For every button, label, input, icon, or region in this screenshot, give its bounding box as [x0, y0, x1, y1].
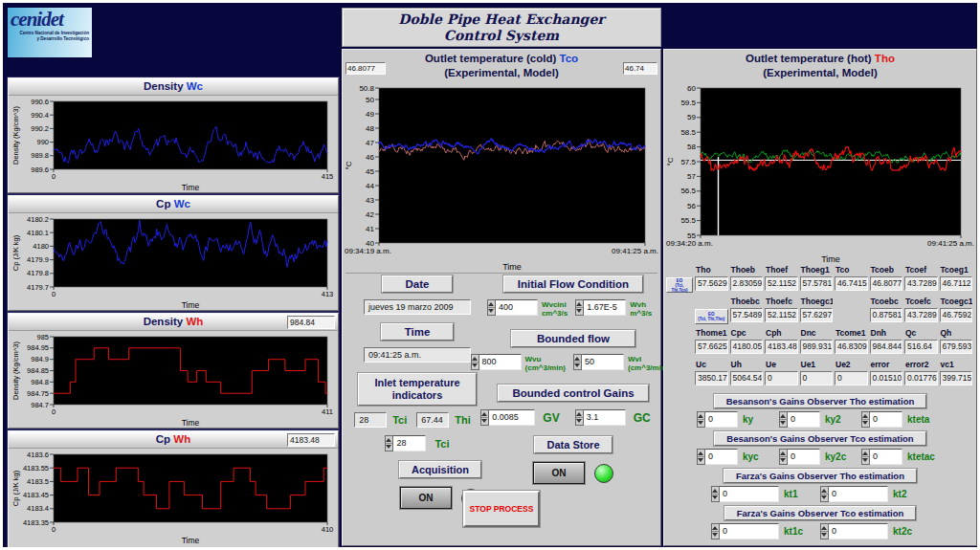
- decrement-arrow-icon[interactable]: [472, 363, 479, 369]
- spinner-arrows[interactable]: [711, 486, 720, 502]
- increment-arrow-icon[interactable]: [780, 412, 787, 420]
- increment-arrow-icon[interactable]: [472, 355, 479, 363]
- spinner-value[interactable]: 0: [705, 411, 738, 428]
- increment-arrow-icon[interactable]: [576, 300, 583, 308]
- eo-button[interactable]: EO(Tci, Thi,Tho): [695, 309, 728, 324]
- spinner-arrows[interactable]: [861, 449, 870, 465]
- svg-text:57: 57: [687, 172, 696, 181]
- spinner-arrows[interactable]: [820, 486, 829, 502]
- eo-button[interactable]: EO(Tci, Thi,Tco): [666, 277, 693, 293]
- observer-title-besanson-tho[interactable]: Besanson's Gains Observer Tho estimation: [714, 394, 927, 408]
- spinner-value[interactable]: 28: [393, 435, 426, 451]
- kyc-spinner[interactable]: 0: [697, 449, 738, 465]
- decrement-arrow-icon[interactable]: [862, 420, 869, 427]
- spinner-arrows[interactable]: [820, 523, 829, 539]
- increment-arrow-icon[interactable]: [862, 450, 869, 457]
- svg-text:Time: Time: [182, 300, 200, 310]
- spinner-value[interactable]: 0: [720, 523, 779, 539]
- decrement-arrow-icon[interactable]: [574, 363, 581, 369]
- spinner-arrows[interactable]: [697, 449, 705, 465]
- kt1c-spinner[interactable]: 0: [711, 523, 779, 539]
- wvh-spinner[interactable]: 1.67E-5: [575, 299, 626, 316]
- increment-arrow-icon[interactable]: [576, 410, 583, 418]
- spinner-value[interactable]: 3.1: [584, 409, 626, 426]
- thi-display: 67.44: [416, 412, 449, 428]
- stop-process-button[interactable]: STOP PROCESS: [463, 491, 540, 527]
- svg-text:0: 0: [52, 525, 56, 534]
- kteta-spinner[interactable]: 0: [861, 411, 902, 428]
- ktetac-spinner[interactable]: 0: [861, 449, 902, 465]
- increment-arrow-icon[interactable]: [481, 410, 488, 418]
- increment-arrow-icon[interactable]: [780, 450, 787, 457]
- spinner-arrows[interactable]: [711, 523, 720, 539]
- decrement-arrow-icon[interactable]: [821, 495, 828, 501]
- decrement-arrow-icon[interactable]: [698, 457, 704, 464]
- kt2c-spinner[interactable]: 0: [820, 523, 888, 539]
- decrement-arrow-icon[interactable]: [780, 420, 787, 427]
- spinner-arrows[interactable]: [861, 411, 870, 428]
- spinner-arrows[interactable]: [575, 299, 584, 316]
- spinner-value[interactable]: 0: [829, 523, 888, 539]
- increment-arrow-icon[interactable]: [712, 487, 719, 495]
- decrement-arrow-icon[interactable]: [712, 495, 719, 501]
- kt2-spinner[interactable]: 0: [820, 486, 888, 502]
- ky2-spinner[interactable]: 0: [779, 411, 820, 428]
- tci-setpoint-spinner[interactable]: 28: [385, 435, 426, 451]
- increment-arrow-icon[interactable]: [712, 524, 719, 532]
- observer-title-farza-tco[interactable]: Farza's Gains Observer Tco estimation: [724, 506, 917, 520]
- acquisition-on-button[interactable]: ON: [400, 487, 452, 509]
- spinner-value[interactable]: 0: [829, 486, 888, 502]
- increment-arrow-icon[interactable]: [821, 524, 828, 532]
- increment-arrow-icon[interactable]: [821, 487, 828, 495]
- decrement-arrow-icon[interactable]: [576, 418, 583, 425]
- spinner-value[interactable]: 400: [496, 299, 538, 316]
- ky-spinner[interactable]: 0: [697, 411, 738, 428]
- observer-title-farza-tho[interactable]: Farza's Gains Observer Tho estimation: [724, 469, 917, 483]
- wvl-spinner[interactable]: 50: [573, 354, 624, 370]
- increment-arrow-icon[interactable]: [488, 300, 495, 308]
- decrement-arrow-icon[interactable]: [576, 308, 583, 315]
- increment-arrow-icon[interactable]: [574, 355, 581, 363]
- decrement-arrow-icon[interactable]: [698, 420, 704, 427]
- wvcini-spinner[interactable]: 400: [487, 299, 538, 316]
- spinner-value[interactable]: 800: [479, 354, 522, 370]
- decrement-arrow-icon[interactable]: [488, 308, 495, 315]
- increment-arrow-icon[interactable]: [386, 436, 392, 444]
- spinner-arrows[interactable]: [779, 411, 788, 428]
- spinner-value[interactable]: 0.0085: [489, 409, 535, 426]
- gc-spinner[interactable]: 3.1: [575, 409, 626, 426]
- spinner-value[interactable]: 0: [870, 449, 902, 465]
- ky2c-spinner[interactable]: 0: [779, 449, 820, 465]
- spinner-arrows[interactable]: [480, 409, 489, 426]
- spinner-value[interactable]: 50: [582, 354, 624, 370]
- decrement-arrow-icon[interactable]: [386, 444, 392, 451]
- datastore-on-button[interactable]: ON: [533, 462, 585, 484]
- svg-text:56: 56: [687, 202, 696, 210]
- decrement-arrow-icon[interactable]: [821, 532, 828, 539]
- spinner-arrows[interactable]: [779, 449, 788, 465]
- spinner-value[interactable]: 0: [788, 449, 820, 465]
- spinner-value[interactable]: 0: [788, 411, 820, 428]
- decrement-arrow-icon[interactable]: [780, 457, 787, 464]
- decrement-arrow-icon[interactable]: [481, 418, 488, 425]
- spinner-value[interactable]: 1.67E-5: [584, 299, 626, 316]
- increment-arrow-icon[interactable]: [698, 450, 704, 457]
- observer-title-besanson-tco[interactable]: Besanson's Gains Observer Tco estimation: [714, 431, 925, 446]
- spinner-arrows[interactable]: [487, 299, 496, 316]
- spinner-arrows[interactable]: [573, 354, 582, 370]
- decrement-arrow-icon[interactable]: [712, 532, 719, 539]
- spinner-value[interactable]: 0: [720, 486, 779, 502]
- wvu-spinner[interactable]: 800: [471, 354, 522, 370]
- spinner-arrows[interactable]: [471, 354, 479, 370]
- spinner-value[interactable]: 0: [870, 411, 902, 428]
- decrement-arrow-icon[interactable]: [862, 457, 869, 464]
- kt1-spinner[interactable]: 0: [711, 486, 779, 502]
- increment-arrow-icon[interactable]: [698, 412, 704, 420]
- gv-spinner[interactable]: 0.0085: [480, 409, 535, 426]
- spinner-value[interactable]: 0: [705, 449, 738, 465]
- spinner-arrows[interactable]: [385, 435, 393, 451]
- spinner-arrows[interactable]: [697, 411, 705, 428]
- increment-arrow-icon[interactable]: [862, 412, 869, 420]
- spinner-arrows[interactable]: [575, 409, 584, 426]
- observer-fields-row: 0 kt1 0 kt2: [711, 486, 929, 502]
